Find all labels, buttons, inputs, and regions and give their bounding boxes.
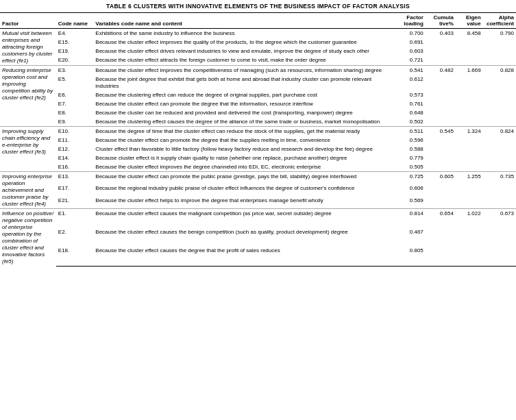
loading-cell: 0.569 xyxy=(395,196,426,208)
loading-cell: 0.805 xyxy=(395,247,426,266)
code-cell: E20. xyxy=(56,56,94,66)
cumula-cell xyxy=(426,47,456,55)
code-cell: E9. xyxy=(56,117,94,127)
variables-cell: Because the cluster effect causes the ma… xyxy=(93,209,395,228)
code-cell: E5. xyxy=(56,75,94,90)
alpha-cell: 0.735 xyxy=(483,172,516,184)
loading-cell: 0.648 xyxy=(395,108,426,117)
cumula-cell xyxy=(426,38,456,47)
eigen-cell xyxy=(456,228,483,247)
loading-cell: 0.588 xyxy=(395,145,426,153)
cumula-cell xyxy=(426,56,456,66)
variables-cell: Because the cluster effect improves the … xyxy=(93,38,395,47)
variables-cell: Because the joint degree that exhibit th… xyxy=(93,75,395,90)
code-cell: E1. xyxy=(56,209,94,228)
cumula-cell xyxy=(426,75,456,90)
factor-cell: Improving supply chain efficiency and e-… xyxy=(0,127,56,172)
cumula-cell: 0.545 xyxy=(426,127,456,136)
alpha-cell xyxy=(483,56,516,66)
loading-cell: 0.721 xyxy=(395,56,426,66)
alpha-cell: 0.790 xyxy=(483,29,516,38)
eigen-cell xyxy=(456,153,483,162)
factor-cell: Reducing enterprise operation cost and i… xyxy=(0,66,56,127)
header-cumula: Cumula tive% xyxy=(426,13,456,29)
variables-cell: Because the cluster effect causes the be… xyxy=(93,228,395,247)
alpha-cell xyxy=(483,184,516,197)
loading-cell: 0.691 xyxy=(395,38,426,47)
header-code: Code name xyxy=(56,13,94,29)
loading-cell: 0.725 xyxy=(395,172,426,184)
variables-cell: Because the cluster effect improves the … xyxy=(93,162,395,172)
code-cell: E15. xyxy=(56,38,94,47)
variables-cell: Because the regional industry public pra… xyxy=(93,184,395,197)
alpha-cell xyxy=(483,162,516,172)
eigen-cell xyxy=(456,136,483,145)
alpha-cell xyxy=(483,108,516,117)
cumula-cell xyxy=(426,136,456,145)
loading-cell: 0.612 xyxy=(395,75,426,90)
eigen-cell xyxy=(456,162,483,172)
alpha-cell: 0.673 xyxy=(483,209,516,228)
variables-cell: Because the cluster effect causes the de… xyxy=(93,247,395,266)
cumula-cell xyxy=(426,153,456,162)
eigen-cell xyxy=(456,196,483,208)
cumula-cell xyxy=(426,228,456,247)
code-cell: E2. xyxy=(56,228,94,247)
code-cell: E13. xyxy=(56,172,94,184)
loading-cell: 0.603 xyxy=(395,47,426,55)
loading-cell: 0.779 xyxy=(395,153,426,162)
cumula-cell: 0.482 xyxy=(426,66,456,75)
cumula-cell xyxy=(426,196,456,208)
eigen-cell: 8.458 xyxy=(456,29,483,38)
code-cell: E7. xyxy=(56,99,94,108)
eigen-cell: 1.669 xyxy=(456,66,483,75)
main-table: Factor Code name Variables code name and… xyxy=(0,12,516,267)
code-cell: E6. xyxy=(56,90,94,99)
loading-cell: 0.467 xyxy=(395,228,426,247)
variables-cell: Because the cluster effect can promote t… xyxy=(93,99,395,108)
eigen-cell xyxy=(456,108,483,117)
eigen-cell xyxy=(456,184,483,197)
table-title: TABLE 6 CLUSTERS WITH INNOVATIVE ELEMENT… xyxy=(0,0,516,12)
loading-cell: 0.511 xyxy=(395,127,426,136)
alpha-cell: 0.824 xyxy=(483,127,516,136)
cumula-cell xyxy=(426,247,456,266)
alpha-cell xyxy=(483,47,516,55)
cumula-cell: 0.403 xyxy=(426,29,456,38)
loading-cell: 0.573 xyxy=(395,90,426,99)
factor-cell: Improving enterprise operation achieveme… xyxy=(0,172,56,209)
cumula-cell xyxy=(426,90,456,99)
eigen-cell xyxy=(456,90,483,99)
alpha-cell: 0.828 xyxy=(483,66,516,75)
cumula-cell xyxy=(426,145,456,153)
eigen-cell: 1.324 xyxy=(456,127,483,136)
loading-cell: 0.505 xyxy=(395,162,426,172)
eigen-cell xyxy=(456,99,483,108)
variables-cell: Because the degree of time that the clus… xyxy=(93,127,395,136)
eigen-cell xyxy=(456,38,483,47)
cumula-cell xyxy=(426,162,456,172)
eigen-cell xyxy=(456,56,483,66)
alpha-cell xyxy=(483,247,516,266)
header-loading: Factor loading xyxy=(395,13,426,29)
header-alpha: Alpha coefficient xyxy=(483,13,516,29)
code-cell: E4. xyxy=(56,29,94,38)
variables-cell: Because cluster effect is it supply chai… xyxy=(93,153,395,162)
variables-cell: Because the cluster effect helps to impr… xyxy=(93,196,395,208)
header-eigen: Eigen value xyxy=(456,13,483,29)
eigen-cell: 1.022 xyxy=(456,209,483,228)
alpha-cell xyxy=(483,75,516,90)
variables-cell: Because the cluster can be reduced and p… xyxy=(93,108,395,117)
cumula-cell: 0.605 xyxy=(426,172,456,184)
variables-cell: Because the clustering effect causes the… xyxy=(93,117,395,127)
code-cell: E21. xyxy=(56,196,94,208)
factor-cell: Influence on positive/ negative competit… xyxy=(0,209,56,267)
cumula-cell xyxy=(426,99,456,108)
variables-cell: Because the cluster effect can promote t… xyxy=(93,136,395,145)
header-factor: Factor xyxy=(0,13,56,29)
alpha-cell xyxy=(483,145,516,153)
loading-cell: 0.700 xyxy=(395,29,426,38)
loading-cell: 0.541 xyxy=(395,66,426,75)
eigen-cell: 1.255 xyxy=(456,172,483,184)
loading-cell: 0.814 xyxy=(395,209,426,228)
